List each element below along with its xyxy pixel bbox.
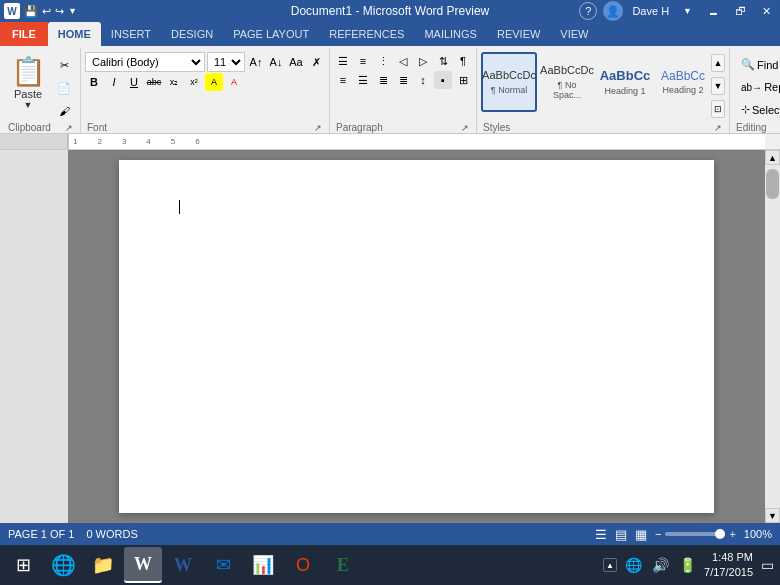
taskbar-word[interactable]: W [124,547,162,583]
styles-expand[interactable]: ⊡ [711,100,725,118]
style-heading1-preview: AaBbCc [600,68,651,84]
minimize-button[interactable]: 🗕 [703,3,724,19]
grow-font-button[interactable]: A↑ [247,53,265,71]
decrease-indent-button[interactable]: ◁ [394,52,412,70]
borders-button[interactable]: ⊞ [454,71,472,89]
shrink-font-button[interactable]: A↓ [267,53,285,71]
customize-quick-access[interactable]: ▼ [68,6,77,16]
text-highlight-button[interactable]: A [205,73,223,91]
format-painter-button[interactable]: 🖌 [52,100,76,122]
battery-icon[interactable]: 🔋 [677,555,698,575]
select-button[interactable]: ⊹ Select ▼ [734,99,780,120]
view-read-icon[interactable]: ▦ [635,527,647,542]
user-dropdown-icon[interactable]: ▼ [678,5,697,17]
tab-design[interactable]: DESIGN [161,22,223,46]
zoom-thumb[interactable] [715,529,725,539]
numbering-button[interactable]: ≡ [354,52,372,70]
system-clock[interactable]: 1:48 PM 7/17/2015 [704,550,753,581]
bold-button[interactable]: B [85,73,103,91]
ribbon-group-editing: 🔍 Find ▼ ab→ Replace ⊹ Select ▼ Editing [730,48,780,133]
close-button[interactable]: ✕ [757,3,776,19]
redo-icon[interactable]: ↪ [55,5,64,18]
bullets-button[interactable]: ☰ [334,52,352,70]
tab-home[interactable]: HOME [48,22,101,46]
para-row1: ☰ ≡ ⋮ ◁ ▷ ⇅ ¶ [334,52,472,70]
tab-review[interactable]: REVIEW [487,22,550,46]
superscript-button[interactable]: x² [185,73,203,91]
font-name-row: Calibri (Body) 11 A↑ A↓ Aa ✗ [85,52,325,72]
window-title: Document1 - Microsoft Word Preview [291,4,490,18]
scroll-bottom-button[interactable]: ▼ [765,508,780,523]
style-heading1[interactable]: AaBbCc Heading 1 [597,52,653,112]
view-print-icon[interactable]: ☰ [595,527,607,542]
zoom-out-icon[interactable]: − [655,528,661,540]
align-right-button[interactable]: ≣ [374,71,392,89]
font-size-select[interactable]: 11 [207,52,245,72]
sort-button[interactable]: ⇅ [434,52,452,70]
align-center-button[interactable]: ☰ [354,71,372,89]
change-case-button[interactable]: Aa [287,53,305,71]
document-page[interactable] [119,160,714,513]
taskbar-word2[interactable]: W [164,547,202,583]
justify-button[interactable]: ≣ [394,71,412,89]
zoom-slider[interactable]: − + [655,528,736,540]
styles-expand-icon[interactable]: ↗ [713,123,723,133]
tab-references[interactable]: REFERENCES [319,22,414,46]
tab-page-layout[interactable]: PAGE LAYOUT [223,22,319,46]
align-left-button[interactable]: ≡ [334,71,352,89]
find-button[interactable]: 🔍 Find ▼ [734,54,780,75]
subscript-button[interactable]: x₂ [165,73,183,91]
save-icon[interactable]: 💾 [24,5,38,18]
restore-button[interactable]: 🗗 [730,3,751,19]
zoom-level: 100% [744,528,772,540]
tab-file[interactable]: FILE [0,22,48,46]
clipboard-expand-icon[interactable]: ↗ [64,123,74,133]
vertical-scrollbar[interactable]: ▲ ▼ [765,150,780,523]
zoom-track[interactable] [665,532,725,536]
line-spacing-button[interactable]: ↕ [414,71,432,89]
clear-formatting-button[interactable]: ✗ [307,53,325,71]
text-color-button[interactable]: A [225,73,243,91]
font-expand-icon[interactable]: ↗ [313,123,323,133]
style-no-spacing[interactable]: AaBbCcDc ¶ No Spac... [539,52,595,112]
replace-button[interactable]: ab→ Replace [734,77,780,97]
start-button[interactable]: ⊞ [4,547,42,583]
copy-button[interactable]: 📄 [52,77,76,99]
tab-view[interactable]: VIEW [550,22,598,46]
styles-scroll-up[interactable]: ▲ [711,54,725,72]
scroll-track[interactable] [765,165,780,508]
taskbar-ppt[interactable]: 📊 [244,547,282,583]
help-button[interactable]: ? [579,2,597,20]
shading-button[interactable]: ▪ [434,71,452,89]
network-icon[interactable]: 🌐 [623,555,644,575]
taskbar-excel[interactable]: E [324,547,362,583]
italic-button[interactable]: I [105,73,123,91]
zoom-in-icon[interactable]: + [729,528,735,540]
style-heading2[interactable]: AaBbCc Heading 2 [655,52,711,112]
scroll-thumb[interactable] [766,169,779,199]
paste-dropdown-icon[interactable]: ▼ [24,100,33,110]
taskbar-mail[interactable]: ✉ [204,547,242,583]
taskbar-office[interactable]: O [284,547,322,583]
tab-insert[interactable]: INSERT [101,22,161,46]
strikethrough-button[interactable]: abc [145,73,163,91]
show-desktop-icon[interactable]: ▭ [759,555,776,575]
view-web-icon[interactable]: ▤ [615,527,627,542]
taskbar-ie[interactable]: 🌐 [44,547,82,583]
tab-mailings[interactable]: MAILINGS [414,22,487,46]
style-normal[interactable]: AaBbCcDc ¶ Normal [481,52,537,112]
underline-button[interactable]: U [125,73,143,91]
styles-scroll-down[interactable]: ▼ [711,77,725,95]
show-hide-button[interactable]: ¶ [454,52,472,70]
paragraph-expand-icon[interactable]: ↗ [460,123,470,133]
scroll-top-button[interactable]: ▲ [765,150,780,165]
paste-button[interactable]: 📋 Paste ▼ [6,52,50,116]
font-name-select[interactable]: Calibri (Body) [85,52,205,72]
volume-icon[interactable]: 🔊 [650,555,671,575]
cut-button[interactable]: ✂ [52,54,76,76]
systray-expand[interactable]: ▲ [603,558,617,572]
undo-icon[interactable]: ↩ [42,5,51,18]
taskbar-explorer[interactable]: 📁 [84,547,122,583]
multilevel-list-button[interactable]: ⋮ [374,52,392,70]
increase-indent-button[interactable]: ▷ [414,52,432,70]
